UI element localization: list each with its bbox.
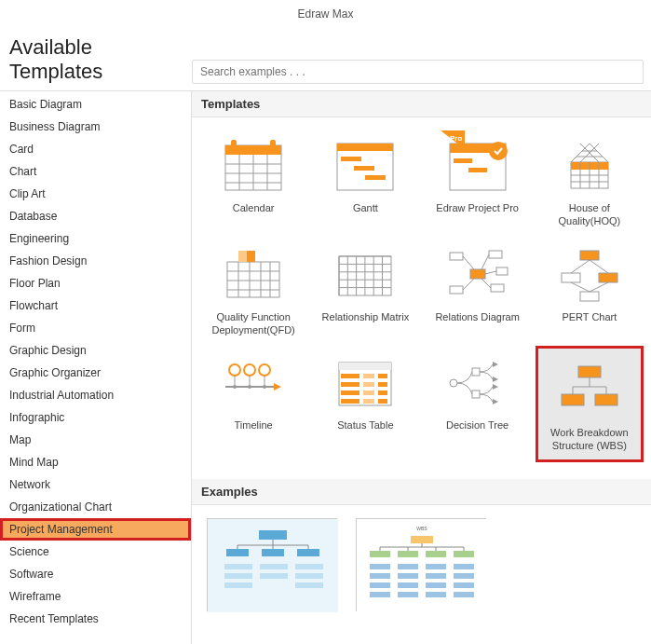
status-table-icon — [328, 348, 402, 413]
svg-rect-87 — [363, 382, 374, 387]
svg-rect-129 — [411, 536, 433, 543]
example-thumb-1[interactable]: WBS — [356, 518, 486, 611]
sidebar-item-map[interactable]: Map — [0, 429, 191, 451]
svg-rect-55 — [491, 284, 504, 292]
svg-rect-130 — [370, 551, 390, 557]
sidebar-item-basic-diagram[interactable]: Basic Diagram — [0, 93, 191, 116]
sidebar-item-clip-art[interactable]: Clip Art — [0, 183, 191, 205]
page-title: Available Templates — [0, 28, 192, 89]
sidebar-item-database[interactable]: Database — [0, 205, 191, 227]
svg-rect-63 — [562, 273, 580, 282]
header-row: Available Templates — [0, 28, 651, 90]
svg-rect-104 — [595, 394, 617, 405]
sidebar-item-network[interactable]: Network — [0, 473, 191, 496]
template-relations[interactable]: Relations Diagram — [426, 240, 530, 337]
svg-rect-155 — [454, 592, 474, 597]
svg-rect-150 — [426, 582, 446, 588]
svg-point-80 — [263, 385, 266, 389]
template-gantt[interactable]: Gantt — [313, 130, 417, 228]
main-area: Basic DiagramBusiness DiagramCardChartCl… — [0, 90, 651, 644]
template-wbs[interactable]: Work Breakdown Structure (WBS) — [537, 348, 642, 460]
sidebar-item-floor-plan[interactable]: Floor Plan — [0, 272, 191, 295]
svg-rect-124 — [295, 564, 323, 569]
template-label: Timeline — [201, 418, 305, 432]
template-decision-tree[interactable]: Decision Tree — [426, 348, 530, 460]
svg-rect-147 — [398, 592, 418, 597]
svg-rect-133 — [454, 551, 474, 557]
svg-rect-125 — [295, 573, 323, 579]
template-label: Quality Function Deployment(QFD) — [201, 310, 305, 337]
svg-rect-143 — [370, 592, 390, 597]
svg-rect-141 — [370, 573, 390, 579]
svg-rect-122 — [260, 564, 288, 569]
template-status-table[interactable]: Status Table — [313, 348, 417, 460]
example-thumb-0[interactable] — [207, 518, 337, 611]
svg-marker-98 — [493, 362, 498, 367]
templates-grid: CalendarGanttProEdraw Project ProHouse o… — [192, 117, 651, 479]
template-hoq[interactable]: House of Quality(HOQ) — [537, 130, 642, 228]
sidebar-item-card[interactable]: Card — [0, 138, 191, 160]
template-qfd[interactable]: Quality Function Deployment(QFD) — [201, 240, 305, 337]
svg-rect-85 — [378, 374, 387, 378]
project-pro-icon: Pro — [441, 130, 515, 196]
svg-rect-113 — [297, 549, 319, 556]
sidebar-item-project-management[interactable]: Project Management — [0, 518, 191, 541]
svg-point-95 — [450, 379, 457, 387]
sidebar-item-software[interactable]: Software — [0, 563, 191, 585]
svg-rect-102 — [578, 366, 601, 377]
sidebar-item-infographic[interactable]: Infographic — [0, 406, 191, 429]
sidebar-item-mind-map[interactable]: Mind Map — [0, 451, 191, 473]
svg-rect-103 — [562, 394, 584, 405]
sidebar-item-industrial-automation[interactable]: Industrial Automation — [0, 384, 191, 406]
template-project-pro[interactable]: ProEdraw Project Pro — [426, 130, 530, 228]
svg-rect-56 — [496, 267, 508, 275]
sidebar-item-graphic-design[interactable]: Graphic Design — [0, 339, 191, 362]
svg-marker-100 — [493, 384, 498, 390]
template-calendar[interactable]: Calendar — [201, 130, 305, 228]
calendar-icon — [216, 130, 291, 196]
svg-rect-12 — [341, 157, 361, 161]
template-label: Calendar — [201, 201, 305, 214]
sidebar-item-business-diagram[interactable]: Business Diagram — [0, 116, 191, 138]
examples-header: Examples — [192, 479, 651, 505]
svg-rect-14 — [365, 175, 386, 180]
svg-rect-145 — [398, 573, 418, 579]
sidebar-item-engineering[interactable]: Engineering — [0, 227, 191, 250]
template-label: Gantt — [313, 201, 417, 214]
svg-line-61 — [485, 271, 496, 274]
svg-rect-52 — [450, 253, 463, 260]
wbs-icon — [552, 355, 627, 420]
svg-rect-111 — [226, 549, 249, 556]
search-input[interactable] — [192, 60, 644, 84]
svg-rect-11 — [337, 144, 393, 151]
svg-line-57 — [463, 256, 474, 269]
svg-point-78 — [233, 385, 237, 389]
content-area: Templates CalendarGanttProEdraw Project … — [192, 90, 651, 644]
sidebar-item-fashion-design[interactable]: Fashion Design — [0, 250, 191, 272]
svg-rect-126 — [295, 582, 323, 588]
svg-line-58 — [481, 254, 489, 269]
template-pert[interactable]: PERT Chart — [537, 240, 642, 337]
sidebar-item-wireframe[interactable]: Wireframe — [0, 585, 191, 608]
sidebar-item-flowchart[interactable]: Flowchart — [0, 295, 191, 317]
svg-rect-148 — [426, 564, 446, 569]
sidebar-item-chart[interactable]: Chart — [0, 160, 191, 183]
svg-point-79 — [248, 385, 251, 389]
sidebar-item-recent-templates[interactable]: Recent Templates — [0, 608, 191, 630]
svg-rect-146 — [398, 582, 418, 588]
template-timeline[interactable]: Timeline — [201, 348, 305, 460]
svg-rect-17 — [454, 158, 472, 163]
svg-rect-64 — [599, 273, 617, 282]
svg-rect-96 — [472, 368, 480, 376]
svg-rect-123 — [260, 573, 288, 579]
sidebar-item-form[interactable]: Form — [0, 317, 191, 339]
svg-rect-62 — [580, 251, 599, 260]
svg-rect-86 — [341, 382, 359, 387]
template-matrix[interactable]: Relationship Matrix — [313, 240, 417, 337]
sidebar-item-graphic-organizer[interactable]: Graphic Organizer — [0, 362, 191, 384]
sidebar-item-science[interactable]: Science — [0, 541, 191, 563]
svg-rect-151 — [426, 592, 446, 597]
timeline-icon — [216, 348, 291, 413]
sidebar-item-organizational-chart[interactable]: Organizational Chart — [0, 496, 191, 518]
svg-line-68 — [571, 282, 590, 292]
